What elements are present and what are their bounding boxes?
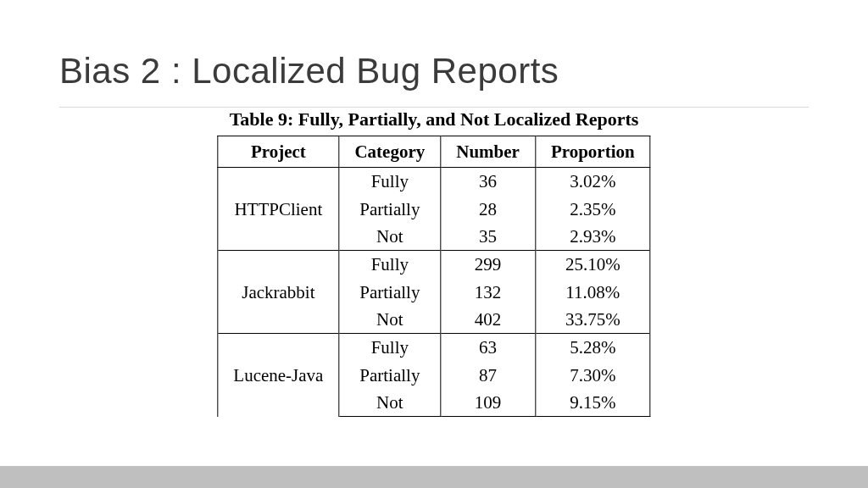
cell-number: 299 [441,251,536,279]
col-proportion: Proportion [535,136,650,168]
cell-category: Not [339,223,441,251]
cell-category: Partially [339,362,441,389]
cell-number: 36 [441,168,536,196]
col-project: Project [218,136,339,168]
cell-proportion: 9.15% [535,389,650,417]
table-header-row: Project Category Number Proportion [218,136,650,168]
cell-category: Not [339,306,441,334]
slide-title: Bias 2 : Localized Bug Reports [59,51,559,92]
cell-number: 87 [441,362,536,389]
cell-number: 28 [441,196,536,223]
col-category: Category [339,136,441,168]
slide: Bias 2 : Localized Bug Reports Table 9: … [0,0,868,488]
cell-project: Jackrabbit [218,251,339,334]
cell-project: HTTPClient [218,168,339,251]
cell-category: Fully [339,168,441,196]
col-number: Number [441,136,536,168]
cell-category: Fully [339,334,441,362]
cell-number: 35 [441,223,536,251]
cell-proportion: 33.75% [535,306,650,334]
cell-proportion: 7.30% [535,362,650,389]
cell-proportion: 2.93% [535,223,650,251]
table-container: Project Category Number Proportion HTTPC… [217,136,650,417]
table-row: Jackrabbit Fully 299 25.10% [218,251,650,279]
table-caption: Table 9: Fully, Partially, and Not Local… [0,108,868,130]
cell-proportion: 3.02% [535,168,650,196]
cell-category: Fully [339,251,441,279]
cell-proportion: 2.35% [535,196,650,223]
cell-proportion: 11.08% [535,279,650,306]
footer-bar [0,466,868,488]
cell-proportion: 5.28% [535,334,650,362]
table-row: Lucene-Java Fully 63 5.28% [218,334,650,362]
cell-project: Lucene-Java [218,334,339,417]
table-row: HTTPClient Fully 36 3.02% [218,168,650,196]
cell-category: Not [339,389,441,417]
cell-category: Partially [339,279,441,306]
cell-number: 109 [441,389,536,417]
cell-category: Partially [339,196,441,223]
cell-number: 402 [441,306,536,334]
localized-reports-table: Project Category Number Proportion HTTPC… [217,136,650,417]
cell-number: 132 [441,279,536,306]
cell-number: 63 [441,334,536,362]
cell-proportion: 25.10% [535,251,650,279]
title-underline [59,107,809,108]
